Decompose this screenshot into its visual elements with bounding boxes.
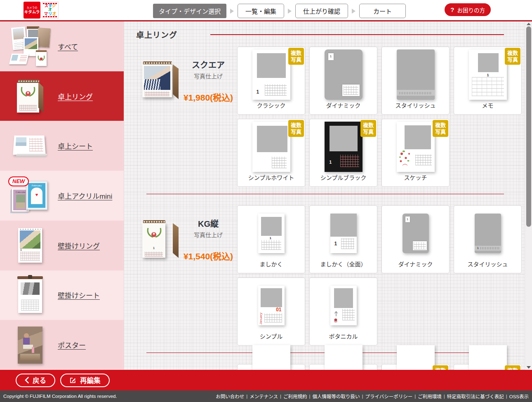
poster-thumbnail (6, 327, 54, 364)
scroll-up-arrow-icon[interactable] (527, 23, 531, 25)
sidebar: すべて 卓上リング 卓上シートNEW Calendar February♥ 卓上… (0, 21, 124, 370)
sidebar-item-label: すべて (58, 41, 78, 52)
main-content: 卓上リング スクエア写真仕上げ¥1,980(税込)複数写真1クラシック1ダイナミ… (124, 21, 525, 370)
design-label: スタイリッシュ (382, 101, 449, 109)
design-card[interactable]: 1スタイリッシュ (454, 205, 522, 273)
desktop-sheet-thumbnail (6, 133, 54, 159)
wall-sheet-thumbnail (6, 277, 54, 313)
logo-group: カメラの キタムラ スタジオマリオ (24, 2, 59, 19)
footer-link[interactable]: OSS表示 (509, 393, 529, 400)
design-card[interactable]: 複数写真1クラシック (237, 47, 305, 115)
design-label: ましかく (238, 260, 305, 268)
product-finish: 写真仕上げ (179, 230, 237, 239)
studio-mario-logo[interactable]: スタジオマリオ (42, 2, 59, 19)
design-card[interactable]: 1ダイナミック (309, 47, 377, 115)
multi-photo-badge: 複数写真 (288, 48, 304, 65)
question-icon: ? (450, 6, 454, 13)
sidebar-item-desktop-acrylic-mini[interactable]: NEW Calendar February♥ 卓上アクリルmini (0, 171, 124, 221)
step-arrow-icon (230, 9, 234, 14)
design-label: ましかく（全面） (310, 260, 377, 268)
footer: Copyright © FUJIFILM Corporation All rig… (0, 390, 532, 402)
sidebar-item-label: 卓上アクリルmini (58, 190, 112, 201)
design-label: ダイナミック (382, 260, 449, 268)
design-thumbnail: 1 (310, 209, 377, 257)
scroll-down-arrow-icon[interactable] (527, 366, 531, 369)
page-title: 卓上リング (136, 29, 177, 40)
product-group-partial: 複数写真複数写真 (124, 364, 525, 370)
design-card[interactable]: 1ダイナミック (381, 205, 450, 273)
design-card[interactable]: スタイリッシュ (381, 47, 450, 115)
design-card[interactable] (309, 364, 377, 370)
product-info: スクエア写真仕上げ¥1,980(税込) (142, 47, 237, 115)
design-card[interactable]: 1ましかく（全面） (309, 205, 377, 273)
design-card[interactable]: 複数写真スケッチ (381, 119, 450, 187)
reedit-button-label: 再編集 (80, 375, 101, 385)
design-card[interactable]: 01Januaryシンプル (237, 277, 305, 346)
sidebar-item-wall-sheet[interactable]: 壁掛けシート (0, 270, 124, 320)
design-card[interactable]: 複数写真シンプルホワイト (237, 119, 305, 187)
design-card[interactable] (237, 364, 305, 370)
sidebar-item-label: 壁掛けリング (58, 240, 100, 251)
help-button-label: お困りの方 (457, 6, 485, 14)
design-card[interactable]: ボタニカル (309, 277, 377, 346)
scrollbar[interactable] (525, 21, 532, 370)
step-1[interactable]: タイプ・デザイン選択 (153, 4, 226, 18)
footer-link[interactable]: メンテナンス (250, 393, 278, 400)
sidebar-item-label: 卓上リング (58, 91, 93, 101)
help-button[interactable]: ? お困りの方 (445, 3, 491, 16)
step-3[interactable]: 仕上がり確認 (295, 4, 348, 18)
footer-link-separator: | (246, 394, 247, 399)
footer-link-separator: | (362, 394, 363, 399)
footer-link[interactable]: お問い合わせ (216, 393, 244, 400)
back-button-label: 戻る (33, 375, 46, 385)
product-finish: 写真仕上げ (179, 72, 237, 80)
sidebar-item-label: 壁掛けシート (58, 290, 100, 300)
footer-link-separator: | (414, 394, 416, 399)
sidebar-item-poster[interactable]: ポスター (0, 320, 124, 370)
design-card[interactable]: 複数写真1メモ (454, 47, 522, 115)
product-groups: スクエア写真仕上げ¥1,980(税込)複数写真1クラシック1ダイナミックスタイリ… (124, 47, 525, 370)
desktop-ring-thumbnail (6, 77, 54, 115)
footer-link-separator: | (506, 394, 507, 399)
scrollbar-thumb[interactable] (526, 26, 531, 227)
studio-mario-logo-text: スタジオマリオ (43, 4, 57, 16)
footer-link[interactable]: 特定商取引法に基づく表記 (447, 393, 504, 400)
back-button[interactable]: 戻る (16, 374, 55, 387)
sidebar-item-wall-ring[interactable]: 1 壁掛けリング (0, 221, 124, 270)
step-4[interactable]: カート (359, 4, 406, 18)
product-photo-square (142, 61, 179, 101)
design-card[interactable]: 複数写真 (381, 364, 450, 370)
step-2[interactable]: 一覧・編集 (238, 4, 284, 18)
new-badge: NEW (8, 176, 29, 186)
group-divider (146, 194, 504, 194)
wall-ring-thumbnail: 1 (6, 228, 54, 263)
footer-link-separator: | (280, 394, 281, 399)
kitamura-logo[interactable]: カメラの キタムラ (24, 2, 40, 19)
design-thumbnail: 1 (238, 209, 305, 257)
kitamura-logo-line2: キタムラ (24, 9, 40, 14)
multi-photo-badge: 複数写真 (288, 120, 304, 137)
design-card[interactable]: 複数写真1シンプルブラック (309, 119, 377, 187)
sidebar-item-desktop-ring[interactable]: 卓上リング (0, 71, 124, 121)
footer-link[interactable]: ご利用環境 (418, 393, 442, 400)
multi-photo-badge: 複数写真 (433, 120, 448, 137)
footer-link[interactable]: プライバシーポリシー (365, 393, 412, 400)
footer-link[interactable]: ご利用規約 (283, 393, 307, 400)
design-label: シンプルホワイト (238, 173, 305, 181)
design-card[interactable]: 1ましかく (237, 205, 305, 273)
product-group: スクエア写真仕上げ¥1,980(税込)複数写真1クラシック1ダイナミックスタイリ… (124, 47, 525, 187)
sidebar-item-all[interactable]: すべて (0, 21, 124, 71)
footer-links: お問い合わせ|メンテナンス|ご利用規約|個人情報等の取り扱い|プライバシーポリシ… (216, 393, 529, 400)
design-label: シンプル (238, 332, 305, 340)
edit-icon (69, 377, 76, 384)
reedit-button[interactable]: 再編集 (60, 374, 110, 387)
multi-photo-badge: 複数写真 (433, 365, 448, 370)
design-label: クラシック (238, 101, 305, 109)
design-card[interactable]: 複数写真 (454, 364, 522, 370)
sidebar-item-desktop-sheet[interactable]: 卓上シート (0, 121, 124, 171)
design-thumbnail: 1 (382, 209, 449, 257)
footer-link[interactable]: 個人情報等の取り扱い (312, 393, 360, 400)
title-divider (210, 34, 504, 35)
product-info: 1KG縦写真仕上げ¥1,540(税込) (142, 205, 237, 273)
sidebar-item-label: 卓上シート (58, 141, 93, 151)
